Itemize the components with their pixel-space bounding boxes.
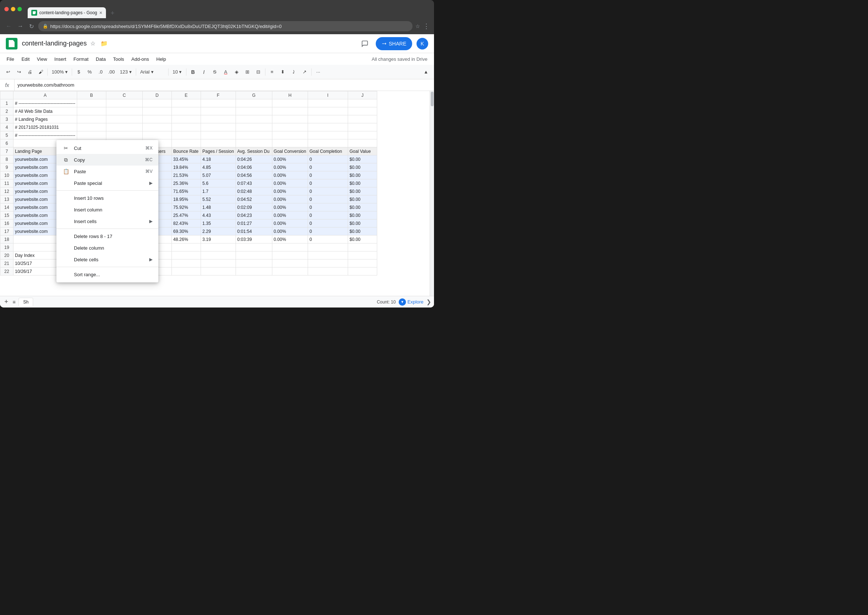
cell-17-f[interactable]: 2.29 (201, 228, 236, 236)
cell-18-f[interactable]: 3.19 (201, 236, 236, 244)
sheet-list-button[interactable]: ≡ (11, 298, 17, 306)
cell-4-i[interactable] (308, 123, 348, 131)
cell-4-h[interactable] (272, 123, 308, 131)
cell-17-g[interactable]: 0:01:54 (236, 228, 272, 236)
col-header-g[interactable]: G (236, 91, 272, 99)
cell-7-g[interactable]: Avg. Session Du (236, 147, 272, 155)
cell-2-i[interactable] (308, 107, 348, 116)
align-button[interactable]: ≡ (267, 67, 277, 77)
cell-17-i[interactable]: 0 (308, 228, 348, 236)
row-header[interactable]: 16 (0, 219, 14, 228)
cell-14-e[interactable]: 75.92% (172, 203, 201, 211)
context-menu-item[interactable]: Delete rows 8 - 17 (56, 230, 158, 242)
cell-15-e[interactable]: 25.47% (172, 211, 201, 219)
cell-21-i[interactable] (308, 259, 348, 267)
row-header[interactable]: 2 (0, 107, 14, 116)
menu-addons[interactable]: Add-ons (128, 55, 153, 63)
back-button[interactable]: ← (5, 22, 13, 31)
menu-data[interactable]: Data (92, 55, 109, 63)
cell-5-g[interactable] (236, 131, 272, 139)
cell-2-e[interactable] (172, 107, 201, 116)
user-avatar[interactable]: K (416, 38, 428, 50)
menu-insert[interactable]: Insert (51, 55, 70, 63)
cell-1-c[interactable] (106, 99, 142, 107)
close-button[interactable] (5, 7, 9, 11)
row-header[interactable]: 22 (0, 267, 14, 275)
maximize-button[interactable] (17, 7, 22, 11)
cell-18-j[interactable]: $0.00 (348, 236, 377, 244)
forward-button[interactable]: → (16, 22, 25, 31)
cell-7-h[interactable]: Goal Conversion (272, 147, 308, 155)
cell-15-g[interactable]: 0:04:23 (236, 211, 272, 219)
share-button[interactable]: SHARE (376, 37, 412, 50)
cell-13-e[interactable]: 18.95% (172, 195, 201, 203)
row-header[interactable]: 13 (0, 195, 14, 203)
undo-button[interactable]: ↩ (3, 67, 13, 77)
cell-13-h[interactable]: 0.00% (272, 195, 308, 203)
cell-9-e[interactable]: 19.84% (172, 163, 201, 172)
cell-2-g[interactable] (236, 107, 272, 116)
cell-5-b[interactable] (77, 131, 106, 139)
cell-18-i[interactable]: 0 (308, 236, 348, 244)
valign-button[interactable]: ⬍ (278, 67, 288, 77)
cell-10-i[interactable]: 0 (308, 172, 348, 180)
cell-2-b[interactable] (77, 107, 106, 116)
url-bar[interactable]: 🔒 https://docs.google.com/spreadsheets/d… (38, 21, 413, 31)
cell-15-i[interactable]: 0 (308, 211, 348, 219)
add-sheet-button[interactable]: + (3, 297, 10, 306)
context-menu-item[interactable]: ✂Cut⌘X (56, 142, 158, 154)
cell-10-e[interactable]: 21.53% (172, 172, 201, 180)
row-header[interactable]: 5 (0, 131, 14, 139)
font-dropdown[interactable]: Arial ▾ (138, 67, 167, 77)
cell-8-f[interactable]: 4.18 (201, 155, 236, 163)
row-header[interactable]: 1 (0, 99, 14, 107)
context-menu-item[interactable]: Insert 10 rows (56, 192, 158, 204)
sheet-tab[interactable]: Sh (19, 298, 33, 306)
cell-13-j[interactable]: $0.00 (348, 195, 377, 203)
menu-edit[interactable]: Edit (18, 55, 33, 63)
cell-11-h[interactable]: 0.00% (272, 180, 308, 187)
cell-7-i[interactable]: Goal Completion (308, 147, 348, 155)
menu-file[interactable]: File (3, 55, 18, 63)
cell-3-i[interactable] (308, 116, 348, 123)
row-header[interactable]: 7 (0, 147, 14, 155)
italic-button[interactable]: I (199, 67, 209, 77)
cell-3-h[interactable] (272, 116, 308, 123)
row-header[interactable]: 17 (0, 228, 14, 236)
menu-help[interactable]: Help (153, 55, 170, 63)
redo-button[interactable]: ↪ (14, 67, 24, 77)
cell-4-e[interactable] (172, 123, 201, 131)
row-header[interactable]: 4 (0, 123, 14, 131)
vertical-scrollbar[interactable] (430, 91, 434, 296)
cell-12-h[interactable]: 0.00% (272, 187, 308, 195)
text-wrap-button[interactable]: ⤸ (289, 67, 299, 77)
cell-9-f[interactable]: 4.85 (201, 163, 236, 172)
cell-20-j[interactable] (348, 251, 377, 259)
cell-15-f[interactable]: 4.43 (201, 211, 236, 219)
cell-4-b[interactable] (77, 123, 106, 131)
row-header[interactable]: 20 (0, 251, 14, 259)
cell-15-h[interactable]: 0.00% (272, 211, 308, 219)
cell-20-h[interactable] (272, 251, 308, 259)
row-header[interactable]: 19 (0, 244, 14, 251)
cell-7-j[interactable]: Goal Value (348, 147, 377, 155)
cell-14-h[interactable]: 0.00% (272, 203, 308, 211)
context-menu-item[interactable]: Sort range... (56, 268, 158, 280)
cell-15-j[interactable]: $0.00 (348, 211, 377, 219)
col-header-e[interactable]: E (172, 91, 201, 99)
cell-3-j[interactable] (348, 116, 377, 123)
cell-10-g[interactable]: 0:04:56 (236, 172, 272, 180)
cell-22-j[interactable] (348, 267, 377, 275)
cell-3-b[interactable] (77, 116, 106, 123)
borders-button[interactable]: ⊞ (242, 67, 253, 77)
cell-11-j[interactable]: $0.00 (348, 180, 377, 187)
cell-4-d[interactable] (142, 123, 172, 131)
row-header[interactable]: 11 (0, 180, 14, 187)
cell-20-f[interactable] (201, 251, 236, 259)
cell-21-j[interactable] (348, 259, 377, 267)
cell-21-e[interactable] (172, 259, 201, 267)
cell-20-e[interactable] (172, 251, 201, 259)
cell-16-e[interactable]: 82.43% (172, 219, 201, 228)
cell-6-f[interactable] (201, 139, 236, 147)
context-menu-item[interactable]: ⧉Copy⌘C (56, 154, 158, 165)
